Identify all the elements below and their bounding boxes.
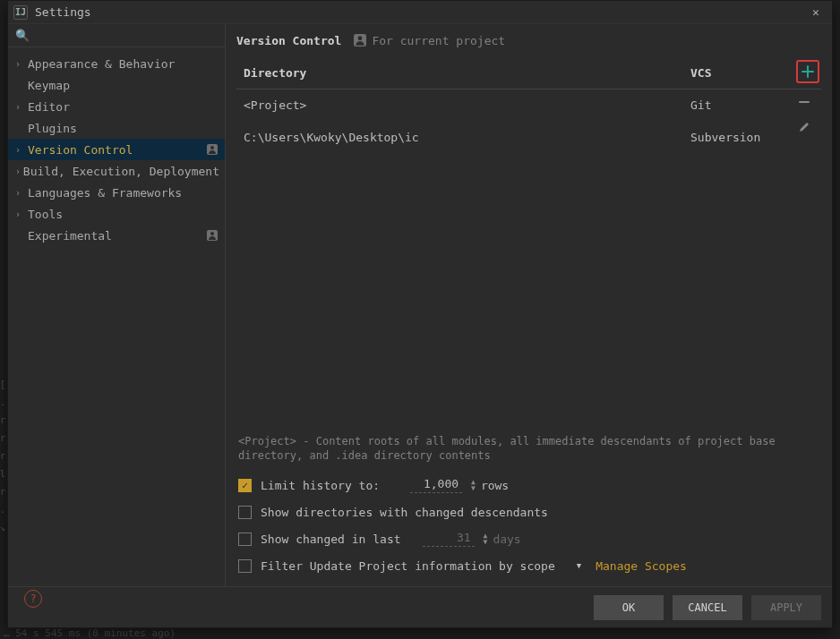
cell-vcs: Git	[683, 89, 782, 121]
checkbox-show-dirs[interactable]	[238, 506, 252, 519]
option-show-dirs: Show directories with changed descendant…	[238, 498, 819, 525]
svg-point-5	[358, 36, 363, 40]
page-title: Version Control	[236, 34, 341, 47]
option-label: Show directories with changed descendant…	[261, 506, 548, 519]
option-limit-history: Limit history to: 1,000 ▲▼ rows	[238, 472, 819, 498]
sidebar-item-tools[interactable]: › Tools	[8, 203, 225, 225]
vcs-table: Directory VCS <Project> Git C:\Users\Kwo	[236, 58, 821, 154]
editor-gutter: [.rrrlr.↘	[0, 376, 7, 537]
col-directory[interactable]: Directory	[236, 58, 683, 89]
cell-directory: <Project>	[236, 89, 683, 121]
sidebar-item-languages[interactable]: › Languages & Frameworks	[8, 182, 225, 203]
sidebar-item-keymap[interactable]: › Keymap	[8, 74, 225, 96]
sidebar-item-build[interactable]: › Build, Execution, Deployment	[8, 160, 225, 182]
sidebar-item-label: Build, Execution, Deployment	[23, 165, 219, 178]
checkbox-filter-scope[interactable]	[238, 559, 252, 573]
changed-days-value[interactable]: 31	[423, 531, 475, 547]
vcs-table-area: Directory VCS <Project> Git C:\Users\Kwo	[226, 53, 832, 154]
add-button[interactable]	[796, 60, 819, 83]
titlebar: IJ Settings ✕	[8, 1, 832, 24]
search-input[interactable]	[35, 29, 218, 42]
unit-label: days	[493, 532, 520, 546]
option-label: Show changed in last	[261, 532, 401, 546]
sidebar-item-appearance[interactable]: › Appearance & Behavior	[8, 53, 225, 74]
background-status: … 54 s 545 ms (0 minutes ago)	[4, 627, 176, 639]
sidebar-item-plugins[interactable]: › Plugins	[8, 117, 225, 139]
option-label: Limit history to:	[261, 479, 380, 492]
stepper[interactable]: ▲▼	[471, 479, 476, 491]
search-icon: 🔍	[15, 29, 30, 42]
limit-history-value[interactable]: 1,000	[410, 477, 462, 493]
chevron-right-icon: ›	[15, 59, 28, 69]
sidebar-item-label: Version Control	[28, 143, 133, 157]
edit-button[interactable]	[794, 117, 814, 137]
project-description: <Project> - Content roots of all modules…	[238, 429, 819, 472]
sidebar-item-label: Experimental	[28, 229, 112, 243]
page-header: Version Control For current project	[226, 24, 832, 53]
app-icon: IJ	[13, 5, 28, 20]
cancel-button[interactable]: CANCEL	[673, 595, 742, 620]
options-block: <Project> - Content roots of all modules…	[226, 429, 832, 579]
project-badge-icon	[205, 142, 219, 157]
dialog-footer: OK CANCEL APPLY	[8, 586, 832, 627]
settings-tree: › Appearance & Behavior › Keymap › Edito…	[8, 47, 225, 586]
chevron-right-icon: ›	[15, 166, 23, 176]
option-show-changed: Show changed in last 31 ▲▼ days	[238, 525, 819, 552]
unit-label: rows	[481, 479, 509, 492]
sidebar-item-version-control[interactable]: › Version Control	[8, 139, 225, 160]
svg-point-1	[210, 146, 214, 149]
sidebar-item-label: Editor	[28, 100, 70, 114]
checkbox-limit-history[interactable]	[238, 479, 252, 492]
sidebar: 🔍 › Appearance & Behavior › Keymap › Edi…	[8, 24, 226, 586]
chevron-right-icon: ›	[15, 145, 28, 155]
cell-directory: C:\Users\Kwoky\Desktop\ic	[236, 121, 683, 153]
close-icon[interactable]: ✕	[805, 5, 827, 19]
sidebar-item-label: Appearance & Behavior	[28, 57, 175, 71]
search-bar[interactable]: 🔍	[8, 24, 225, 47]
option-label: Filter Update Project information by sco…	[261, 559, 555, 573]
col-vcs[interactable]: VCS	[683, 58, 782, 89]
cell-vcs: Subversion	[683, 121, 782, 153]
page-subtitle: For current project	[372, 34, 505, 47]
apply-button[interactable]: APPLY	[751, 595, 821, 620]
settings-page: Version Control For current project Dire…	[226, 24, 832, 586]
settings-dialog: IJ Settings ✕ 🔍 › Appearance & Behavior …	[7, 0, 833, 628]
sidebar-item-label: Languages & Frameworks	[28, 186, 182, 200]
chevron-right-icon: ›	[15, 102, 28, 112]
scope-dropdown[interactable]: ▼	[577, 561, 581, 570]
ok-button[interactable]: OK	[594, 595, 664, 620]
table-row[interactable]: <Project> Git	[236, 89, 821, 121]
stepper[interactable]: ▲▼	[484, 532, 488, 545]
chevron-down-icon: ▼	[471, 485, 476, 491]
option-filter-scope: Filter Update Project information by sco…	[238, 552, 819, 579]
sidebar-item-label: Tools	[28, 208, 63, 221]
chevron-right-icon: ›	[15, 188, 28, 198]
chevron-right-icon: ›	[15, 209, 28, 219]
window-title: Settings	[35, 5, 91, 19]
manage-scopes-link[interactable]: Manage Scopes	[596, 559, 687, 573]
chevron-down-icon: ▼	[484, 539, 488, 545]
sidebar-item-label: Keymap	[28, 79, 70, 92]
sidebar-item-experimental[interactable]: › Experimental	[8, 225, 225, 246]
project-badge-icon	[354, 34, 366, 47]
sidebar-item-editor[interactable]: › Editor	[8, 96, 225, 117]
svg-point-3	[210, 232, 214, 235]
project-badge-icon	[205, 228, 219, 243]
table-row[interactable]: C:\Users\Kwoky\Desktop\ic Subversion	[236, 121, 821, 153]
remove-button[interactable]	[794, 92, 814, 112]
sidebar-item-label: Plugins	[28, 122, 77, 135]
checkbox-show-changed[interactable]	[238, 532, 252, 546]
help-icon[interactable]: ?	[24, 590, 42, 608]
